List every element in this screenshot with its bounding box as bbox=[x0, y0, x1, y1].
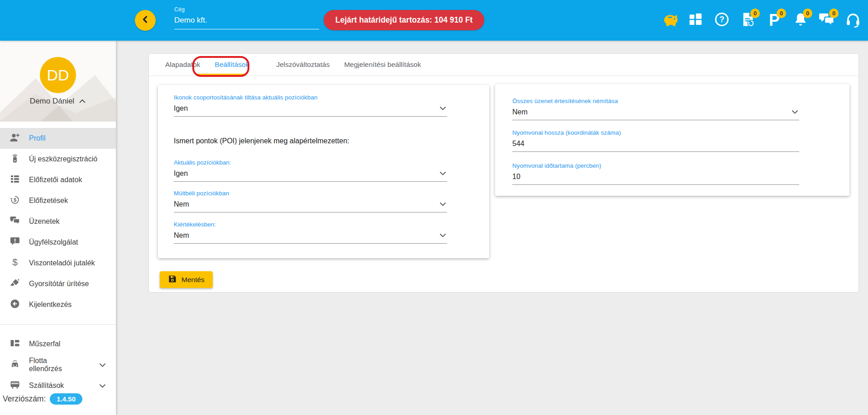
sidebar-item-uj-eszkozregisztracio[interactable]: Új eszközregisztráció bbox=[0, 149, 116, 170]
company-input[interactable]: Demo kft. bbox=[174, 16, 319, 29]
support-button[interactable] bbox=[844, 12, 862, 29]
top-header: Cég Demo kft. Lejárt határidejű tartozás… bbox=[0, 0, 868, 41]
sidebar-item-label: Gyorsítótár ürítése bbox=[29, 280, 89, 288]
messages-button[interactable]: 0 bbox=[818, 12, 835, 29]
headset-icon bbox=[845, 11, 861, 29]
sidebar-item-label: Ügyfélszolgálat bbox=[29, 238, 78, 246]
header-icon-bar: ? 0 P 0 0 bbox=[661, 0, 862, 41]
save-button-label: Mentés bbox=[181, 276, 205, 284]
field-label: Nyomvonal hossza (koordináták száma) bbox=[512, 129, 799, 136]
secondary-nav: Műszerfal Flotta ellenőrzés Szállítások bbox=[0, 315, 116, 396]
tab-alapadatok[interactable]: Alapadatok bbox=[158, 54, 208, 75]
sidebar-item-flotta-ellenorzes[interactable]: Flotta ellenőrzés bbox=[0, 354, 116, 375]
chevron-down-icon bbox=[439, 200, 446, 208]
chevron-down-icon bbox=[439, 104, 446, 112]
primary-nav: Profil Új eszközregisztráció Előfizetői … bbox=[0, 122, 116, 315]
sidebar-item-elofizetesek[interactable]: $ Előfizetések bbox=[0, 190, 116, 211]
poi-current-positions-value[interactable]: Igen bbox=[174, 170, 447, 182]
list-icon bbox=[10, 174, 20, 186]
chevron-down-icon bbox=[439, 169, 446, 177]
sidebar-item-label: Előfizetői adatok bbox=[29, 176, 82, 184]
messages-icon bbox=[10, 215, 20, 228]
app-root: Cég Demo kft. Lejárt határidejű tartozás… bbox=[0, 0, 868, 415]
poi-past-positions-select: Múltbéli pozíciókban Nem bbox=[174, 190, 447, 212]
version-label: Verziószám: bbox=[3, 394, 46, 404]
user-name-toggle[interactable]: Demo Dániel bbox=[0, 97, 116, 106]
avatar[interactable]: DD bbox=[40, 57, 76, 93]
sidebar-item-elofizetoi-adatok[interactable]: Előfizetői adatok bbox=[0, 170, 116, 190]
sidebar-item-label: Műszerfal bbox=[29, 340, 60, 348]
parking-button[interactable]: P 0 bbox=[766, 12, 783, 29]
fleet-car-icon bbox=[10, 358, 20, 371]
sidebar-item-label: Új eszközregisztráció bbox=[29, 155, 97, 163]
notifications-badge: 0 bbox=[803, 9, 812, 18]
track-length-input: Nyomvonal hossza (koordináták száma) 544 bbox=[512, 129, 799, 152]
field-label: Összes üzenet értesítésének némítása bbox=[512, 98, 799, 104]
sidebar-item-viszonteladoi-jutalek[interactable]: $ Viszonteladói jutalék bbox=[0, 253, 116, 274]
sidebar-item-muszerfal[interactable]: Műszerfal bbox=[0, 334, 116, 354]
poi-evaluation-value[interactable]: Nem bbox=[174, 231, 447, 244]
tab-beallitasok[interactable]: Beállítások bbox=[208, 54, 257, 75]
sidebar-item-label: Profil bbox=[29, 134, 45, 142]
settings-card-left: Ikonok csoportosításának tiltása aktuáli… bbox=[158, 85, 489, 258]
track-length-value[interactable]: 544 bbox=[512, 140, 799, 152]
profile-gear-icon bbox=[10, 132, 20, 145]
settings-card-right: Összes üzenet értesítésének némítása Nem… bbox=[495, 84, 849, 196]
apps-grid-button[interactable] bbox=[687, 12, 704, 29]
version-info: Verziószám: 1.4.50 bbox=[3, 393, 82, 405]
sidebar-item-gyorsitotar-uritese[interactable]: Gyorsítótár ürítése bbox=[0, 274, 116, 294]
poi-current-positions-select: Aktuális pozíciókban: Igen bbox=[174, 159, 447, 182]
help-button[interactable]: ? bbox=[713, 12, 730, 29]
chevron-down-icon bbox=[99, 361, 106, 369]
version-badge: 1.4.50 bbox=[50, 393, 82, 405]
active-tab-indicator bbox=[196, 74, 244, 75]
sidebar-item-uzenetek[interactable]: Üzenetek bbox=[0, 211, 116, 232]
sidebar-item-label: Kijelentkezés bbox=[29, 301, 72, 309]
sidebar-item-ugyfelszolgalat[interactable]: Ügyfélszolgálat bbox=[0, 232, 116, 253]
dollar-icon: $ bbox=[10, 257, 20, 269]
poi-evaluation-select: Kiértékelésben: Nem bbox=[174, 221, 447, 244]
poi-section-heading: Ismert pontok (POI) jelenjenek meg alapé… bbox=[174, 137, 349, 145]
chevron-left-icon bbox=[140, 14, 151, 27]
field-label: Ikonok csoportosításának tiltása aktuáli… bbox=[174, 94, 447, 101]
overdue-debt-alert[interactable]: Lejárt határidejű tartozás: 104 910 Ft bbox=[324, 10, 484, 30]
notifications-button[interactable]: 0 bbox=[792, 12, 809, 29]
tab-jelszovaltoztatas[interactable]: Jelszóváltoztatás bbox=[269, 54, 337, 75]
bus-icon bbox=[10, 379, 20, 392]
track-duration-value[interactable]: 10 bbox=[512, 173, 799, 185]
collapse-sidebar-button[interactable] bbox=[135, 10, 156, 31]
field-label: Nyomvonal időtartama (percben) bbox=[512, 162, 799, 169]
profile-panel: Alapadatok Beállítások Jelszóváltoztatás… bbox=[148, 53, 859, 292]
icon-grouping-value[interactable]: Igen bbox=[174, 104, 447, 117]
company-label: Cég bbox=[174, 6, 319, 13]
documents-badge: 0 bbox=[750, 9, 760, 18]
save-button[interactable]: Mentés bbox=[160, 271, 213, 288]
piggy-bank-button[interactable] bbox=[661, 12, 678, 29]
sidebar-item-label: Előfizetések bbox=[29, 197, 68, 205]
apps-grid-icon bbox=[688, 12, 703, 28]
help-icon: ? bbox=[714, 12, 730, 29]
brush-icon bbox=[10, 278, 20, 290]
save-floppy-icon bbox=[168, 274, 177, 285]
tab-megjelenitesi-beallitasok[interactable]: Megjelenítési beállítások bbox=[337, 54, 428, 75]
tab-bar: Alapadatok Beállítások Jelszóváltoztatás… bbox=[149, 54, 858, 76]
dashboard-icon bbox=[10, 338, 20, 350]
messages-badge: 0 bbox=[829, 9, 839, 18]
chevron-down-icon bbox=[439, 231, 446, 239]
sidebar-item-label: Flotta ellenőrzés bbox=[29, 357, 82, 373]
sidebar-item-profil[interactable]: Profil bbox=[0, 128, 116, 149]
piggy-bank-icon bbox=[660, 12, 678, 29]
sidebar-item-label: Üzenetek bbox=[29, 217, 60, 226]
parking-badge: 0 bbox=[777, 9, 786, 18]
main-content: Alapadatok Beállítások Jelszóváltoztatás… bbox=[116, 41, 868, 415]
sidebar-item-kijelentkezes[interactable]: Kijelentkezés bbox=[0, 294, 116, 315]
poi-past-positions-value[interactable]: Nem bbox=[174, 200, 447, 212]
device-icon bbox=[10, 153, 20, 165]
field-label: Kiértékelésben: bbox=[174, 221, 447, 228]
user-name: Demo Dániel bbox=[30, 97, 74, 106]
sidebar-item-label: Viszonteladói jutalék bbox=[29, 259, 95, 267]
company-field[interactable]: Cég Demo kft. bbox=[174, 6, 319, 29]
documents-button[interactable]: 0 bbox=[739, 12, 757, 29]
logout-icon bbox=[10, 298, 20, 311]
mute-notifications-value[interactable]: Nem bbox=[512, 108, 799, 120]
